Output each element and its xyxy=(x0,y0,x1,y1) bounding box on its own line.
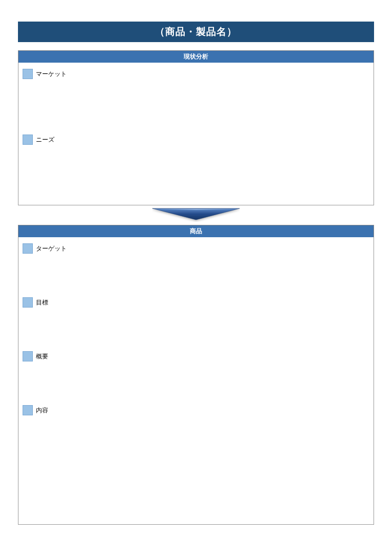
square-bullet-icon xyxy=(23,243,33,254)
section-body-product: ターゲット 目標 概要 内容 xyxy=(18,237,374,525)
section-header-analysis: 現状分析 xyxy=(18,50,374,63)
item-target: ターゲット xyxy=(23,243,369,254)
document-title: （商品・製品名） xyxy=(18,22,374,42)
square-bullet-icon xyxy=(23,297,33,308)
square-bullet-icon xyxy=(23,351,33,361)
flow-arrow xyxy=(18,207,374,222)
square-bullet-icon xyxy=(23,69,33,79)
item-label-overview: 概要 xyxy=(36,352,48,361)
section-product: 商品 ターゲット 目標 概要 内容 xyxy=(18,225,374,525)
square-bullet-icon xyxy=(23,135,33,145)
item-goal: 目標 xyxy=(23,297,369,308)
item-market: マーケット xyxy=(23,69,369,79)
section-current-analysis: 現状分析 マーケット ニーズ xyxy=(18,50,374,205)
square-bullet-icon xyxy=(23,405,33,415)
item-label-goal: 目標 xyxy=(36,298,48,307)
item-overview: 概要 xyxy=(23,351,369,361)
section-body-analysis: マーケット ニーズ xyxy=(18,63,374,205)
svg-marker-0 xyxy=(152,208,240,220)
item-needs: ニーズ xyxy=(23,135,369,145)
item-label-content: 内容 xyxy=(36,406,48,415)
item-label-market: マーケット xyxy=(36,70,67,79)
arrow-down-icon xyxy=(152,207,240,222)
item-label-needs: ニーズ xyxy=(36,136,54,144)
section-header-product: 商品 xyxy=(18,225,374,237)
item-label-target: ターゲット xyxy=(36,244,67,253)
item-content: 内容 xyxy=(23,405,369,415)
